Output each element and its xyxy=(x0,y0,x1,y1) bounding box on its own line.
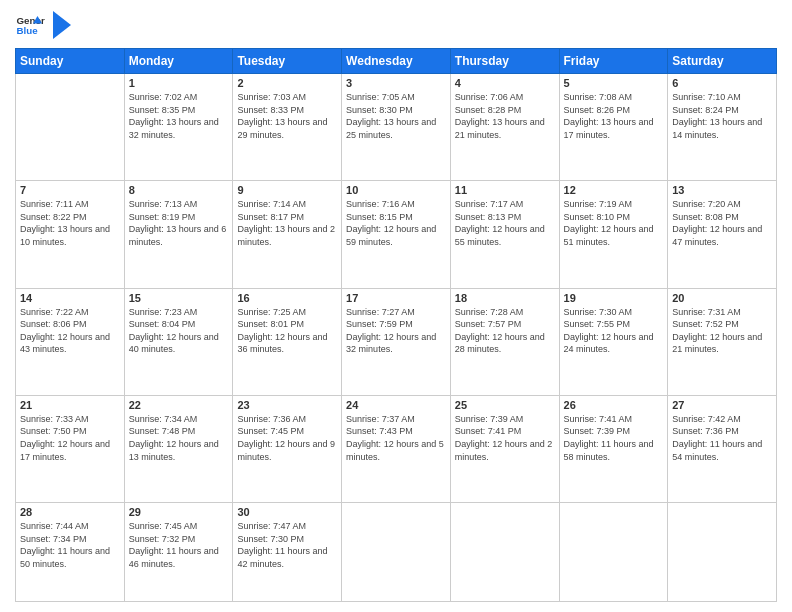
daylight-text: Daylight: 12 hours and 13 minutes. xyxy=(129,439,219,462)
daylight-text: Daylight: 11 hours and 54 minutes. xyxy=(672,439,762,462)
sunset-text: Sunset: 8:35 PM xyxy=(129,105,196,115)
calendar-cell: 18Sunrise: 7:28 AMSunset: 7:57 PMDayligh… xyxy=(450,288,559,395)
day-number: 29 xyxy=(129,506,229,518)
day-info: Sunrise: 7:42 AMSunset: 7:36 PMDaylight:… xyxy=(672,413,772,463)
day-number: 3 xyxy=(346,77,446,89)
day-number: 10 xyxy=(346,184,446,196)
day-info: Sunrise: 7:20 AMSunset: 8:08 PMDaylight:… xyxy=(672,198,772,248)
day-number: 17 xyxy=(346,292,446,304)
sunrise-text: Sunrise: 7:16 AM xyxy=(346,199,415,209)
daylight-text: Daylight: 13 hours and 10 minutes. xyxy=(20,224,110,247)
calendar-week-row: 1Sunrise: 7:02 AMSunset: 8:35 PMDaylight… xyxy=(16,74,777,181)
day-number: 8 xyxy=(129,184,229,196)
calendar-cell: 26Sunrise: 7:41 AMSunset: 7:39 PMDayligh… xyxy=(559,395,668,502)
calendar-cell: 15Sunrise: 7:23 AMSunset: 8:04 PMDayligh… xyxy=(124,288,233,395)
sunrise-text: Sunrise: 7:20 AM xyxy=(672,199,741,209)
sunrise-text: Sunrise: 7:37 AM xyxy=(346,414,415,424)
day-info: Sunrise: 7:34 AMSunset: 7:48 PMDaylight:… xyxy=(129,413,229,463)
sunrise-text: Sunrise: 7:42 AM xyxy=(672,414,741,424)
sunrise-text: Sunrise: 7:30 AM xyxy=(564,307,633,317)
sunrise-text: Sunrise: 7:05 AM xyxy=(346,92,415,102)
calendar-cell: 4Sunrise: 7:06 AMSunset: 8:28 PMDaylight… xyxy=(450,74,559,181)
sunrise-text: Sunrise: 7:22 AM xyxy=(20,307,89,317)
daylight-text: Daylight: 12 hours and 47 minutes. xyxy=(672,224,762,247)
day-info: Sunrise: 7:47 AMSunset: 7:30 PMDaylight:… xyxy=(237,520,337,570)
daylight-text: Daylight: 12 hours and 40 minutes. xyxy=(129,332,219,355)
day-number: 23 xyxy=(237,399,337,411)
sunrise-text: Sunrise: 7:31 AM xyxy=(672,307,741,317)
daylight-text: Daylight: 12 hours and 2 minutes. xyxy=(455,439,553,462)
sunset-text: Sunset: 8:19 PM xyxy=(129,212,196,222)
sunset-text: Sunset: 7:41 PM xyxy=(455,426,522,436)
sunset-text: Sunset: 7:59 PM xyxy=(346,319,413,329)
daylight-text: Daylight: 12 hours and 9 minutes. xyxy=(237,439,335,462)
weekday-header-thursday: Thursday xyxy=(450,49,559,74)
calendar-cell: 17Sunrise: 7:27 AMSunset: 7:59 PMDayligh… xyxy=(342,288,451,395)
calendar-cell: 19Sunrise: 7:30 AMSunset: 7:55 PMDayligh… xyxy=(559,288,668,395)
daylight-text: Daylight: 12 hours and 36 minutes. xyxy=(237,332,327,355)
day-info: Sunrise: 7:44 AMSunset: 7:34 PMDaylight:… xyxy=(20,520,120,570)
sunrise-text: Sunrise: 7:33 AM xyxy=(20,414,89,424)
logo-triangle-icon xyxy=(53,11,71,39)
day-info: Sunrise: 7:25 AMSunset: 8:01 PMDaylight:… xyxy=(237,306,337,356)
calendar-week-row: 7Sunrise: 7:11 AMSunset: 8:22 PMDaylight… xyxy=(16,181,777,288)
day-info: Sunrise: 7:14 AMSunset: 8:17 PMDaylight:… xyxy=(237,198,337,248)
day-number: 13 xyxy=(672,184,772,196)
sunset-text: Sunset: 8:01 PM xyxy=(237,319,304,329)
sunrise-text: Sunrise: 7:03 AM xyxy=(237,92,306,102)
weekday-header-friday: Friday xyxy=(559,49,668,74)
calendar-cell: 24Sunrise: 7:37 AMSunset: 7:43 PMDayligh… xyxy=(342,395,451,502)
sunrise-text: Sunrise: 7:25 AM xyxy=(237,307,306,317)
logo-icon: General Blue xyxy=(15,10,45,40)
day-info: Sunrise: 7:28 AMSunset: 7:57 PMDaylight:… xyxy=(455,306,555,356)
daylight-text: Daylight: 12 hours and 17 minutes. xyxy=(20,439,110,462)
calendar-cell xyxy=(668,503,777,602)
day-info: Sunrise: 7:33 AMSunset: 7:50 PMDaylight:… xyxy=(20,413,120,463)
sunset-text: Sunset: 7:34 PM xyxy=(20,534,87,544)
calendar-week-row: 28Sunrise: 7:44 AMSunset: 7:34 PMDayligh… xyxy=(16,503,777,602)
daylight-text: Daylight: 13 hours and 17 minutes. xyxy=(564,117,654,140)
calendar-cell: 22Sunrise: 7:34 AMSunset: 7:48 PMDayligh… xyxy=(124,395,233,502)
sunrise-text: Sunrise: 7:02 AM xyxy=(129,92,198,102)
day-info: Sunrise: 7:17 AMSunset: 8:13 PMDaylight:… xyxy=(455,198,555,248)
day-number: 28 xyxy=(20,506,120,518)
weekday-header-monday: Monday xyxy=(124,49,233,74)
day-info: Sunrise: 7:22 AMSunset: 8:06 PMDaylight:… xyxy=(20,306,120,356)
daylight-text: Daylight: 11 hours and 42 minutes. xyxy=(237,546,327,569)
weekday-header-sunday: Sunday xyxy=(16,49,125,74)
weekday-header-tuesday: Tuesday xyxy=(233,49,342,74)
sunset-text: Sunset: 7:48 PM xyxy=(129,426,196,436)
calendar-cell: 28Sunrise: 7:44 AMSunset: 7:34 PMDayligh… xyxy=(16,503,125,602)
daylight-text: Daylight: 13 hours and 2 minutes. xyxy=(237,224,335,247)
calendar-cell xyxy=(559,503,668,602)
sunrise-text: Sunrise: 7:08 AM xyxy=(564,92,633,102)
day-info: Sunrise: 7:13 AMSunset: 8:19 PMDaylight:… xyxy=(129,198,229,248)
daylight-text: Daylight: 13 hours and 14 minutes. xyxy=(672,117,762,140)
sunrise-text: Sunrise: 7:06 AM xyxy=(455,92,524,102)
day-info: Sunrise: 7:02 AMSunset: 8:35 PMDaylight:… xyxy=(129,91,229,141)
day-number: 26 xyxy=(564,399,664,411)
calendar-cell: 9Sunrise: 7:14 AMSunset: 8:17 PMDaylight… xyxy=(233,181,342,288)
sunset-text: Sunset: 7:57 PM xyxy=(455,319,522,329)
day-info: Sunrise: 7:08 AMSunset: 8:26 PMDaylight:… xyxy=(564,91,664,141)
day-number: 9 xyxy=(237,184,337,196)
sunset-text: Sunset: 8:22 PM xyxy=(20,212,87,222)
sunset-text: Sunset: 7:50 PM xyxy=(20,426,87,436)
day-number: 19 xyxy=(564,292,664,304)
svg-marker-3 xyxy=(53,11,71,39)
sunrise-text: Sunrise: 7:47 AM xyxy=(237,521,306,531)
day-number: 20 xyxy=(672,292,772,304)
sunset-text: Sunset: 7:32 PM xyxy=(129,534,196,544)
calendar-cell: 23Sunrise: 7:36 AMSunset: 7:45 PMDayligh… xyxy=(233,395,342,502)
daylight-text: Daylight: 12 hours and 55 minutes. xyxy=(455,224,545,247)
sunrise-text: Sunrise: 7:11 AM xyxy=(20,199,89,209)
calendar-table: SundayMondayTuesdayWednesdayThursdayFrid… xyxy=(15,48,777,602)
calendar-week-row: 21Sunrise: 7:33 AMSunset: 7:50 PMDayligh… xyxy=(16,395,777,502)
sunset-text: Sunset: 8:04 PM xyxy=(129,319,196,329)
calendar-cell xyxy=(450,503,559,602)
calendar-cell: 21Sunrise: 7:33 AMSunset: 7:50 PMDayligh… xyxy=(16,395,125,502)
calendar-cell: 6Sunrise: 7:10 AMSunset: 8:24 PMDaylight… xyxy=(668,74,777,181)
sunrise-text: Sunrise: 7:34 AM xyxy=(129,414,198,424)
sunset-text: Sunset: 7:43 PM xyxy=(346,426,413,436)
sunset-text: Sunset: 7:45 PM xyxy=(237,426,304,436)
